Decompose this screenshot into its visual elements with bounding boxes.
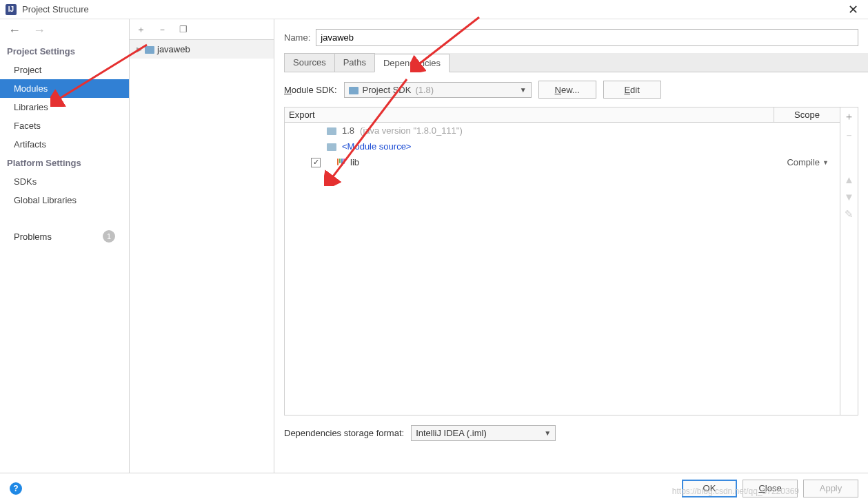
nav-libraries[interactable]: Libraries bbox=[0, 98, 129, 116]
folder-icon bbox=[145, 46, 154, 54]
name-label: Name: bbox=[284, 32, 310, 43]
close-button[interactable]: Close bbox=[743, 480, 798, 497]
module-tree-panel: ＋ － ❐ ▶ javaweb bbox=[130, 19, 274, 482]
apply-button[interactable]: Apply bbox=[803, 480, 858, 497]
chevron-down-icon: ▼ bbox=[822, 159, 829, 166]
add-dep-icon[interactable]: ＋ bbox=[844, 110, 854, 123]
export-checkbox[interactable]: ✓ bbox=[311, 158, 321, 167]
move-down-icon[interactable]: ▼ bbox=[844, 191, 854, 203]
nav-problems[interactable]: Problems 1 bbox=[0, 226, 129, 247]
nav-facets[interactable]: Facets bbox=[0, 116, 129, 135]
storage-format-select[interactable]: IntelliJ IDEA (.iml) ▼ bbox=[411, 425, 556, 441]
forward-icon[interactable]: → bbox=[33, 23, 46, 38]
app-icon: IJ bbox=[6, 4, 17, 15]
window-title: Project Structure bbox=[22, 4, 89, 14]
back-icon[interactable]: ← bbox=[8, 23, 21, 38]
module-sdk-row: Module SDK: Project SDK (1.8) ▼ New... E… bbox=[274, 72, 868, 107]
module-detail-panel: Name: Sources Paths Dependencies Module … bbox=[274, 19, 868, 482]
storage-format-row: Dependencies storage format: IntelliJ ID… bbox=[274, 415, 868, 451]
module-toolbar: ＋ － ❐ bbox=[130, 19, 274, 40]
library-icon bbox=[337, 158, 345, 166]
remove-module-icon[interactable]: － bbox=[158, 23, 167, 36]
dep-row-sdk[interactable]: 1.8 (java version "1.8.0_111") bbox=[285, 123, 840, 138]
chevron-down-icon: ▼ bbox=[544, 429, 551, 437]
folder-icon bbox=[327, 143, 336, 151]
help-icon[interactable]: ? bbox=[10, 482, 22, 495]
tab-paths[interactable]: Paths bbox=[334, 53, 375, 72]
sidebar: ← → Project Settings Project Modules Lib… bbox=[0, 19, 130, 482]
problems-badge: 1 bbox=[103, 230, 115, 243]
tab-sources[interactable]: Sources bbox=[284, 53, 335, 72]
nav-modules[interactable]: Modules bbox=[0, 79, 129, 98]
dep-row-module-source[interactable]: <Module source> bbox=[285, 138, 840, 154]
dep-lib-label: lib bbox=[350, 157, 359, 167]
name-input[interactable] bbox=[316, 29, 858, 46]
col-export[interactable]: Export bbox=[285, 107, 774, 122]
chevron-down-icon: ▼ bbox=[520, 86, 527, 94]
add-module-icon[interactable]: ＋ bbox=[137, 23, 145, 36]
edit-sdk-button[interactable]: Edit bbox=[603, 81, 661, 99]
new-sdk-button[interactable]: New... bbox=[538, 81, 596, 99]
module-sdk-label: Module SDK: bbox=[284, 85, 337, 95]
deps-side-toolbar: ＋ － ▲ ▼ ✎ bbox=[840, 107, 858, 415]
section-project-settings: Project Settings bbox=[0, 42, 129, 61]
folder-icon bbox=[327, 127, 336, 135]
dependencies-table: Export Scope 1.8 (java version "1.8.0_11… bbox=[284, 107, 858, 415]
close-icon[interactable]: ✕ bbox=[844, 2, 862, 17]
scope-select[interactable]: Compile▼ bbox=[787, 157, 834, 167]
tree-item-javaweb[interactable]: ▶ javaweb bbox=[130, 40, 274, 59]
storage-label: Dependencies storage format: bbox=[284, 428, 404, 438]
edit-dep-icon[interactable]: ✎ bbox=[845, 208, 854, 220]
history-nav: ← → bbox=[0, 19, 129, 42]
dialog-footer: ? OK Close Apply bbox=[0, 473, 868, 503]
name-row: Name: bbox=[274, 19, 868, 53]
tree-item-label: javaweb bbox=[157, 44, 190, 54]
nav-problems-label: Problems bbox=[14, 232, 52, 242]
remove-dep-icon[interactable]: － bbox=[844, 129, 854, 142]
titlebar: IJ Project Structure ✕ bbox=[0, 0, 868, 19]
deps-header: Export Scope bbox=[285, 107, 840, 123]
section-platform-settings: Platform Settings bbox=[0, 154, 129, 172]
tab-dependencies[interactable]: Dependencies bbox=[374, 54, 450, 72]
nav-project[interactable]: Project bbox=[0, 61, 129, 79]
nav-sdks[interactable]: SDKs bbox=[0, 172, 129, 191]
col-scope[interactable]: Scope bbox=[774, 107, 840, 122]
move-up-icon[interactable]: ▲ bbox=[844, 174, 854, 185]
ok-button[interactable]: OK bbox=[682, 480, 737, 497]
module-tabs: Sources Paths Dependencies bbox=[284, 53, 868, 72]
nav-artifacts[interactable]: Artifacts bbox=[0, 135, 129, 154]
module-sdk-select[interactable]: Project SDK (1.8) ▼ bbox=[344, 82, 532, 98]
folder-icon bbox=[349, 87, 359, 94]
chevron-right-icon[interactable]: ▶ bbox=[137, 45, 142, 53]
copy-module-icon[interactable]: ❐ bbox=[179, 24, 188, 34]
nav-global-libraries[interactable]: Global Libraries bbox=[0, 191, 129, 209]
dep-row-lib[interactable]: ✓ lib Compile▼ bbox=[285, 154, 840, 170]
